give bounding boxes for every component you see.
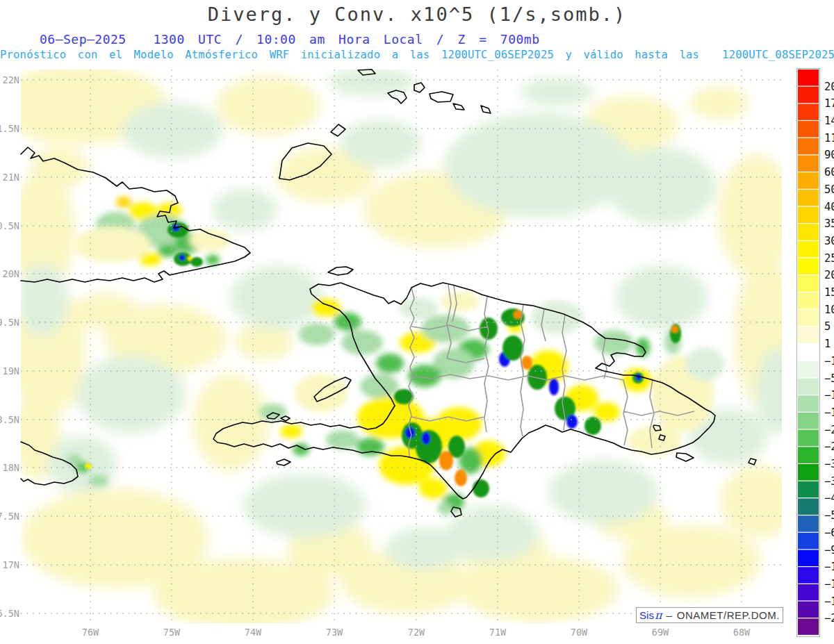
field-blob xyxy=(206,254,220,265)
watermark-separator: – xyxy=(666,610,671,620)
field-blob xyxy=(441,292,480,311)
watermark-organization: ONAMET/REP.DOM. xyxy=(677,610,780,620)
colorbar-tick-label: 140 xyxy=(824,115,834,127)
field-blob xyxy=(360,374,399,399)
lon-tick-label: 76W xyxy=(82,627,99,638)
field-blob xyxy=(521,356,532,370)
colorbar-tick-label: 90 xyxy=(824,149,834,161)
colorbar-segment xyxy=(798,498,819,514)
colorbar-tick-label: 1 xyxy=(824,338,831,350)
field-blob xyxy=(594,330,633,355)
field-blob xyxy=(158,245,177,257)
field-blob xyxy=(685,347,724,381)
colorbar-tick-label: −40 xyxy=(824,492,834,504)
colorbar-segment xyxy=(798,310,819,326)
colorbar-segment xyxy=(798,224,819,240)
field-blob xyxy=(179,255,185,261)
colorbar-tick-label: −170 xyxy=(824,595,834,608)
colorbar-segment xyxy=(798,172,819,188)
field-blob xyxy=(480,317,498,340)
field-blob xyxy=(341,119,421,167)
colorbar-segment xyxy=(798,207,819,223)
colorbar-segment xyxy=(798,190,819,206)
lat-tick-label: 20N xyxy=(3,268,19,279)
field-blob xyxy=(341,330,383,355)
colorbar-tick-label: −15 xyxy=(824,406,834,419)
field-blob xyxy=(721,465,797,538)
lat-tick-label: 6.5N xyxy=(0,608,19,619)
field-blob xyxy=(438,502,452,515)
colorbar-segment xyxy=(798,584,819,600)
colorbar-tick-label: 15 xyxy=(824,286,834,299)
colorbar-segment xyxy=(798,87,819,103)
colorbar-tick-label: −1 xyxy=(824,355,834,368)
field-blob xyxy=(280,424,302,438)
colorbar-segment xyxy=(798,69,819,85)
field-blob xyxy=(326,430,359,449)
colorbar-segment xyxy=(798,550,819,566)
colorbar-tick-label: 20 xyxy=(824,269,834,281)
lon-tick-label: 75W xyxy=(163,627,181,638)
colorbar-tick-label: 200 xyxy=(824,81,834,93)
field-blob xyxy=(89,474,108,487)
lat-tick-label: 18N xyxy=(3,462,19,473)
lat-tick-label: 8.5N xyxy=(0,414,19,425)
field-blob xyxy=(215,76,320,135)
field-blob xyxy=(473,479,489,497)
colorbar-tick-label: −60 xyxy=(824,527,834,539)
field-blob xyxy=(213,189,277,231)
lon-tick-label: 71W xyxy=(489,627,507,638)
field-blob xyxy=(528,365,547,390)
field-blob xyxy=(566,415,578,429)
colorbar-segment xyxy=(798,481,819,497)
colorbar-segment xyxy=(798,533,819,549)
colorbar-segment xyxy=(798,618,819,634)
field-blob xyxy=(584,417,601,435)
colorbar-tick-label: 110 xyxy=(824,132,834,145)
lon-tick-label: 70W xyxy=(571,627,588,638)
mona-islet xyxy=(749,459,756,465)
lat-tick-label: 22N xyxy=(3,74,19,85)
colorbar-legend: 2001701401109060504035302520151051−1−5−1… xyxy=(797,69,834,637)
field-blob xyxy=(436,407,482,440)
field-blob xyxy=(422,432,430,445)
colorbar-tick-label: −20 xyxy=(824,424,834,436)
colorbar-tick-label: −110 xyxy=(824,561,834,573)
colorbar-tick-label: −90 xyxy=(824,544,834,556)
field-blob xyxy=(299,323,335,345)
field-blob xyxy=(72,293,139,329)
colorbar-tick-label: −140 xyxy=(824,578,834,591)
ile-a-vache-island xyxy=(277,459,291,465)
pi-symbol-icon: π xyxy=(655,610,662,621)
lat-tick-label: 7.5N xyxy=(0,511,19,522)
lon-tick-label: 73W xyxy=(326,627,343,638)
field-blob xyxy=(76,356,185,433)
colorbar-segment xyxy=(798,515,819,531)
field-blob xyxy=(446,506,538,561)
colorbar-segment xyxy=(798,361,819,377)
colorbar-segment xyxy=(798,121,819,137)
field-blob xyxy=(549,379,559,395)
lat-tick-label: 21N xyxy=(3,172,19,183)
colorbar-segment xyxy=(798,138,819,154)
colorbar-tick-label: 25 xyxy=(824,252,834,265)
colorbar-segment xyxy=(798,258,819,274)
field-blob xyxy=(718,154,794,276)
field-blob xyxy=(313,299,341,317)
field-blob xyxy=(690,86,749,119)
lon-tick-label: 68W xyxy=(733,627,751,638)
colorbar-tick-label: 40 xyxy=(824,201,834,213)
tortuga-island xyxy=(328,267,353,275)
colorbar-tick-label: 170 xyxy=(824,97,834,110)
field-blob xyxy=(521,78,594,106)
lon-tick-label: 69W xyxy=(652,627,669,638)
field-blob xyxy=(122,103,222,158)
field-blob xyxy=(376,354,404,373)
colorbar-segment xyxy=(798,292,819,308)
field-blob xyxy=(419,478,447,499)
saona-island xyxy=(676,453,694,461)
colorbar-segment xyxy=(798,155,819,171)
little-inagua-island xyxy=(331,124,345,136)
colorbar-tick-label: −10 xyxy=(824,389,834,402)
field-blob xyxy=(455,470,467,486)
